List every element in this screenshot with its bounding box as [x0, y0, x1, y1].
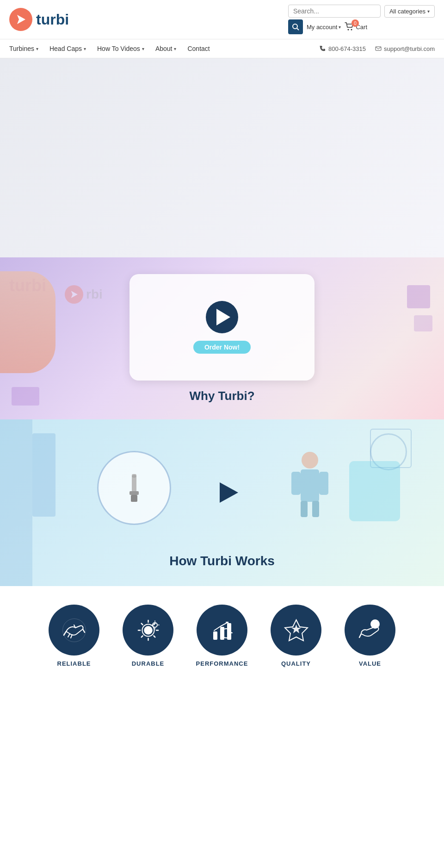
- video-section-why-turbi: turbi rbi Order Now! Why Turbi?: [0, 257, 444, 419]
- money-hand-icon: $: [358, 618, 383, 643]
- svg-marker-6: [71, 291, 78, 298]
- email-icon: [375, 45, 382, 52]
- svg-point-17: [62, 618, 86, 642]
- feature-circle-durable: [123, 605, 173, 656]
- feature-reliable: RELIABLE: [44, 605, 104, 667]
- dental-person-illustration: [282, 446, 338, 520]
- bg-rect-1: [407, 285, 430, 308]
- chevron-down-icon: ▾: [142, 46, 144, 51]
- video-section-how-turbi-works: How Turbi Works: [0, 419, 444, 586]
- search-button[interactable]: [288, 19, 303, 34]
- gear-icon: [136, 618, 161, 643]
- chevron-down-icon: ▾: [174, 46, 176, 51]
- order-now-button[interactable]: Order Now!: [193, 341, 251, 354]
- svg-rect-13: [291, 472, 301, 495]
- video-title-how-turbi-works: How Turbi Works: [169, 554, 275, 568]
- bg-logo: rbi: [65, 285, 103, 304]
- svg-rect-21: [213, 631, 217, 640]
- bg-rect-3: [12, 387, 39, 406]
- header: turbi All categories ▾: [0, 0, 444, 39]
- play-button-why-turbi[interactable]: [206, 301, 238, 333]
- my-account-button[interactable]: My account ▾: [307, 24, 341, 31]
- turbine-circle: [97, 451, 171, 525]
- dental-person-bg: [282, 446, 338, 522]
- chevron-down-icon: ▾: [84, 46, 86, 51]
- chevron-down-icon: ▾: [36, 46, 38, 51]
- feature-circle-quality: [271, 605, 321, 656]
- hero-inner: [0, 58, 444, 257]
- bg-left-wall: [0, 419, 32, 586]
- svg-rect-8: [130, 491, 139, 495]
- feature-label-quality: QUALITY: [281, 660, 311, 667]
- nav-item-contact[interactable]: Contact: [187, 45, 210, 52]
- play-icon-2: [220, 482, 238, 503]
- video-card-why-turbi: Order Now!: [130, 274, 314, 381]
- svg-rect-14: [319, 472, 328, 495]
- bg-hand: [0, 271, 56, 373]
- logo-icon: [14, 13, 27, 26]
- svg-rect-9: [131, 495, 137, 502]
- feature-circle-reliable: [49, 605, 99, 656]
- email-info: support@turbi.com: [375, 45, 435, 52]
- hero-section: [0, 58, 444, 257]
- logo-circle: [9, 8, 32, 31]
- feature-label-value: VALUE: [359, 660, 381, 667]
- feature-durable: DURABLE: [118, 605, 178, 667]
- feature-label-performance: PERFORMANCE: [196, 660, 248, 667]
- cart-badge: 0: [352, 19, 359, 27]
- nav-right: 800-674-3315 support@turbi.com: [320, 45, 435, 52]
- svg-line-2: [297, 28, 299, 30]
- video-title-why-turbi: Why Turbi?: [189, 389, 254, 403]
- svg-point-4: [351, 29, 352, 31]
- handshake-icon: [62, 618, 87, 643]
- turbine-illustration: [118, 472, 150, 504]
- chart-icon: [210, 618, 235, 643]
- chevron-down-icon: ▾: [427, 9, 430, 14]
- feature-performance: PERFORMANCE: [192, 605, 252, 667]
- search-input[interactable]: [288, 5, 381, 18]
- nav-left: Turbines ▾ Head Caps ▾ How To Videos ▾ A…: [9, 45, 210, 52]
- all-categories-button[interactable]: All categories ▾: [384, 5, 435, 18]
- svg-point-18: [144, 626, 152, 634]
- logo[interactable]: turbi: [9, 8, 69, 31]
- search-icon: [292, 23, 299, 31]
- bg-rect-2: [414, 315, 432, 331]
- phone-icon: [320, 45, 326, 52]
- features-section: RELIABLE DURABLE: [0, 586, 444, 686]
- svg-point-1: [293, 24, 297, 29]
- bg-cabinet: [32, 433, 56, 517]
- bg-chair: [349, 461, 400, 521]
- svg-point-10: [132, 475, 136, 478]
- feature-circle-value: $: [345, 605, 395, 656]
- feature-value: $ VALUE: [340, 605, 400, 667]
- star-shield-icon: [284, 618, 309, 643]
- video-card-how-turbi-works: [88, 437, 356, 548]
- nav-item-turbines[interactable]: Turbines ▾: [9, 45, 38, 52]
- chevron-down-icon: ▾: [339, 25, 341, 30]
- feature-circle-performance: [197, 605, 247, 656]
- nav-item-howtovideos[interactable]: How To Videos ▾: [97, 45, 144, 52]
- feature-label-reliable: RELIABLE: [57, 660, 91, 667]
- svg-point-11: [302, 452, 318, 468]
- svg-point-3: [348, 29, 349, 31]
- feature-quality: QUALITY: [266, 605, 326, 667]
- bg-logo-icon: [69, 289, 79, 300]
- header-actions: All categories ▾ My account ▾: [288, 5, 435, 34]
- cart-button[interactable]: 0 Cart: [345, 22, 367, 31]
- logo-text: turbi: [36, 11, 69, 28]
- header-top-row: turbi All categories ▾: [9, 5, 435, 34]
- play-button-how-turbi-works[interactable]: [213, 476, 245, 509]
- nav-bar: Turbines ▾ Head Caps ▾ How To Videos ▾ A…: [0, 39, 444, 58]
- feature-label-durable: DURABLE: [132, 660, 165, 667]
- svg-rect-16: [312, 501, 319, 517]
- svg-rect-15: [301, 501, 308, 517]
- nav-item-headcaps[interactable]: Head Caps ▾: [49, 45, 86, 52]
- nav-item-about[interactable]: About ▾: [155, 45, 177, 52]
- svg-marker-0: [17, 15, 25, 24]
- play-icon: [216, 309, 230, 325]
- svg-rect-12: [301, 469, 319, 502]
- svg-rect-22: [220, 627, 224, 640]
- phone-info: 800-674-3315: [320, 45, 366, 52]
- svg-text:$: $: [373, 622, 376, 627]
